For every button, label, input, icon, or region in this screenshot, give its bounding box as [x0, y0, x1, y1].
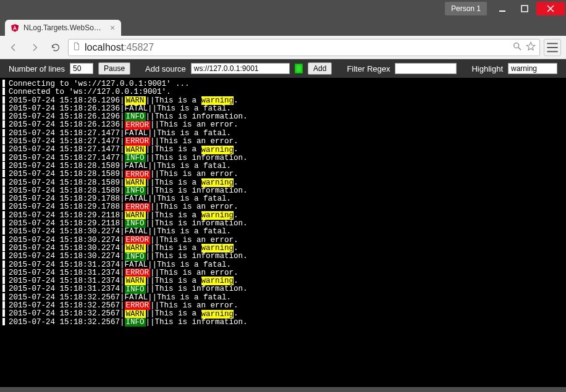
log-line: 2015-07-24 15:18:30.2274|FATAL||This is …: [2, 228, 562, 236]
log-line: 2015-07-24 15:18:26.1296|WARN||This is a…: [2, 97, 562, 105]
log-line: 2015-07-24 15:18:27.1477|FATAL||This is …: [2, 130, 562, 138]
page-icon: [72, 42, 81, 53]
log-line: 2015-07-24 15:18:28.1589|ERROR||This is …: [2, 170, 562, 178]
svg-rect-0: [499, 10, 505, 12]
address-bar[interactable]: localhost:45827: [68, 39, 540, 56]
reload-icon: [51, 43, 61, 52]
log-line: 2015-07-24 15:18:28.1589|INFO||This is i…: [2, 187, 562, 195]
profile-button[interactable]: Person 1: [445, 2, 487, 15]
log-line: 2015-07-24 15:18:27.1477|ERROR||This is …: [2, 138, 562, 146]
window-bottom-frame: [0, 387, 566, 392]
log-line: Connecting to 'ws://127.0.0.1:9001' ...: [2, 80, 562, 88]
close-icon: [547, 5, 554, 12]
log-line: 2015-07-24 15:18:31.2374|FATAL||This is …: [2, 261, 562, 269]
window-maximize-button[interactable]: [514, 2, 535, 15]
star-icon[interactable]: [526, 41, 536, 54]
back-button[interactable]: [5, 39, 22, 56]
add-source-input[interactable]: [191, 63, 290, 74]
add-button[interactable]: Add: [308, 62, 332, 75]
browser-tab[interactable]: NLog.Targets.WebSocketS ×: [5, 20, 121, 36]
log-line: 2015-07-24 15:18:29.2118|WARN||This is a…: [2, 212, 562, 220]
arrow-left-icon: [9, 43, 19, 52]
log-line: 2015-07-24 15:18:31.2374|INFO||This is i…: [2, 285, 562, 293]
svg-rect-1: [522, 6, 528, 12]
address-url[interactable]: localhost:45827: [85, 42, 509, 53]
log-line: 2015-07-24 15:18:31.2374|ERROR||This is …: [2, 269, 562, 277]
log-line: 2015-07-24 15:18:27.1477|WARN||This is a…: [2, 146, 562, 154]
arrow-right-icon: [30, 43, 40, 52]
search-icon[interactable]: [512, 41, 522, 54]
log-line: 2015-07-24 15:18:30.2274|WARN||This is a…: [2, 244, 562, 252]
browser-toolbar: localhost:45827: [0, 36, 566, 59]
add-source-label: Add source: [145, 64, 186, 73]
log-line: 2015-07-24 15:18:32.2567|ERROR||This is …: [2, 302, 562, 310]
log-line: 2015-07-24 15:18:28.1589|WARN||This is a…: [2, 179, 562, 187]
pause-button[interactable]: Pause: [98, 62, 130, 75]
angular-icon: [10, 23, 20, 33]
forward-button[interactable]: [26, 39, 43, 56]
log-line: 2015-07-24 15:18:27.1477|INFO||This is i…: [2, 154, 562, 162]
window-titlebar: Person 1: [0, 0, 566, 17]
maximize-icon: [521, 5, 528, 12]
log-line: 2015-07-24 15:18:26.1296|INFO||This is i…: [2, 113, 562, 121]
highlight-input[interactable]: [508, 63, 557, 74]
reload-button[interactable]: [47, 39, 64, 56]
log-line: 2015-07-24 15:18:31.2374|WARN||This is a…: [2, 277, 562, 285]
log-line: 2015-07-24 15:18:32.2567|WARN||This is a…: [2, 310, 562, 318]
log-line: 2015-07-24 15:18:32.2567|FATAL||This is …: [2, 294, 562, 302]
log-line: 2015-07-24 15:18:32.2567|INFO||This is i…: [2, 319, 562, 327]
minimize-icon: [499, 5, 506, 12]
tab-title: NLog.Targets.WebSocketS: [23, 23, 104, 32]
log-line: 2015-07-24 15:18:28.1589|FATAL||This is …: [2, 162, 562, 170]
window-close-button[interactable]: [536, 2, 565, 15]
log-line: 2015-07-24 15:18:30.2274|INFO||This is i…: [2, 252, 562, 261]
log-line: 2015-07-24 15:18:26.1236|FATAL||This is …: [2, 105, 562, 113]
connection-status-led: [295, 64, 303, 73]
log-line: 2015-07-24 15:18:26.1236|ERROR||This is …: [2, 121, 562, 129]
tab-close-button[interactable]: ×: [110, 23, 115, 33]
filter-regex-label: Filter Regex: [347, 64, 390, 73]
log-console[interactable]: Connecting to 'ws://127.0.0.1:9001' ...C…: [0, 78, 566, 387]
num-lines-label: Number of lines: [9, 64, 65, 73]
log-line: 2015-07-24 15:18:29.1788|ERROR||This is …: [2, 203, 562, 211]
svg-point-2: [514, 43, 519, 48]
browser-tabstrip: NLog.Targets.WebSocketS ×: [0, 17, 566, 36]
hamburger-icon: [544, 40, 560, 56]
app-toolbar: Number of lines Pause Add source Add Fil…: [0, 59, 566, 78]
log-line: Connected to 'ws://127.0.0.1:9001'.: [2, 88, 562, 96]
browser-menu-button[interactable]: [544, 39, 561, 56]
log-line: 2015-07-24 15:18:29.2118|INFO||This is i…: [2, 220, 562, 228]
window-minimize-button[interactable]: [492, 2, 513, 15]
num-lines-input[interactable]: [70, 63, 93, 74]
highlight-label: Highlight: [471, 64, 503, 73]
log-line: 2015-07-24 15:18:29.1788|FATAL||This is …: [2, 195, 562, 203]
filter-regex-input[interactable]: [395, 63, 457, 74]
log-line: 2015-07-24 15:18:30.2274|ERROR||This is …: [2, 236, 562, 244]
